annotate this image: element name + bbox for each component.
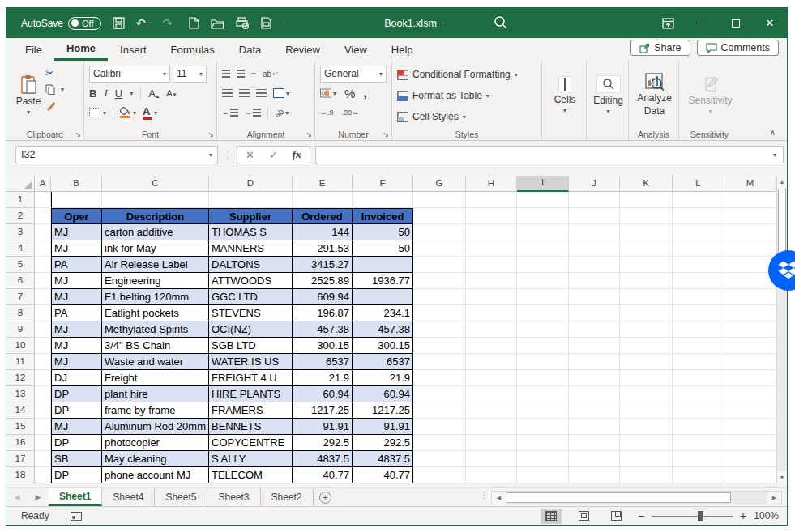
shrink-font-button[interactable]: A▾ (166, 88, 176, 98)
new-sheet-button[interactable]: + (314, 488, 338, 506)
align-left-button[interactable] (222, 89, 233, 97)
editing-button[interactable]: Editing ▾ (592, 64, 625, 126)
row-header-18[interactable]: 18 (6, 467, 35, 483)
cell-B8[interactable]: PA (51, 305, 102, 321)
cell-E5[interactable]: 3415.27 (293, 257, 353, 273)
cell-F4[interactable]: 50 (353, 240, 413, 257)
row-header-3[interactable]: 3 (6, 224, 35, 240)
cell-H17[interactable] (466, 451, 517, 467)
cell-J10[interactable] (569, 338, 620, 354)
cell-F12[interactable]: 21.9 (353, 370, 413, 386)
insert-function-button[interactable]: fx (293, 148, 301, 161)
align-center-button[interactable] (239, 89, 250, 97)
cell-C1[interactable] (102, 192, 209, 208)
row-header-13[interactable]: 13 (6, 386, 35, 402)
cell-A8[interactable] (35, 305, 51, 321)
cell-H7[interactable] (466, 289, 517, 305)
cell-M13[interactable] (724, 386, 776, 402)
autosave-switch[interactable]: Off (68, 17, 100, 30)
cell-K17[interactable] (620, 451, 673, 467)
sheet-tab-sheet4[interactable]: Sheet4 (102, 488, 155, 506)
row-header-10[interactable]: 10 (6, 338, 35, 354)
column-header-M[interactable]: M (724, 176, 776, 192)
row-header-4[interactable]: 4 (6, 240, 35, 257)
cell-E13[interactable]: 60.94 (293, 386, 353, 402)
cell-K6[interactable] (620, 273, 673, 289)
cell-D10[interactable]: SGB LTD (209, 338, 293, 354)
sheet-nav-prev-button[interactable]: ◀ (6, 488, 28, 506)
cell-D6[interactable]: ATTWOODS (209, 273, 293, 289)
cell-J5[interactable] (569, 257, 620, 273)
cell-K1[interactable] (620, 192, 673, 208)
column-header-K[interactable]: K (620, 176, 673, 192)
cell-B1[interactable] (51, 192, 102, 208)
cell-L8[interactable] (673, 305, 724, 321)
cell-M8[interactable] (724, 305, 776, 321)
cell-B16[interactable]: DP (51, 435, 102, 451)
horizontal-scroll-thumb[interactable] (506, 492, 731, 503)
cell-G7[interactable] (413, 289, 466, 305)
cell-K18[interactable] (620, 467, 673, 483)
cell-K15[interactable] (620, 419, 673, 435)
cell-I1[interactable] (517, 192, 569, 208)
cell-L14[interactable] (673, 402, 724, 419)
cell-L18[interactable] (673, 467, 724, 483)
scroll-left-button[interactable]: ◀ (492, 492, 506, 504)
cell-K10[interactable] (620, 338, 673, 354)
font-size-combo[interactable]: 11 ▾ (173, 66, 207, 83)
cell-G4[interactable] (413, 240, 466, 257)
sheet-tab-sheet1[interactable]: Sheet1 (49, 488, 102, 506)
cell-M12[interactable] (724, 370, 776, 386)
cell-A5[interactable] (35, 257, 51, 273)
cell-H6[interactable] (466, 273, 517, 289)
cell-L1[interactable] (673, 192, 724, 208)
cell-M7[interactable] (724, 289, 776, 305)
zoom-out-button[interactable]: − (638, 509, 644, 522)
cell-H9[interactable] (466, 321, 517, 338)
underline-button[interactable]: U (115, 87, 122, 100)
format-as-table-button[interactable]: Format as Table ▾ (397, 85, 538, 106)
collapse-ribbon-button[interactable]: ∧ (770, 128, 776, 137)
cell-E9[interactable]: 457.38 (293, 321, 353, 338)
cell-D13[interactable]: HIRE PLANTS (209, 386, 293, 402)
redo-button[interactable]: ↷ ▾ (162, 17, 177, 29)
decrease-indent-button[interactable]: ← (222, 103, 238, 122)
cell-K16[interactable] (620, 435, 673, 451)
cell-G5[interactable] (413, 257, 466, 273)
cell-K11[interactable] (620, 354, 673, 370)
cell-I14[interactable] (517, 402, 569, 419)
row-header-6[interactable]: 6 (6, 273, 35, 289)
cell-K7[interactable] (620, 289, 673, 305)
cell-C12[interactable]: Freight (102, 370, 209, 386)
column-header-F[interactable]: F (353, 176, 413, 192)
customize-qat-button[interactable]: ▾ (283, 20, 286, 27)
cell-H18[interactable] (466, 467, 517, 483)
cell-D1[interactable] (209, 192, 293, 208)
cell-B7[interactable]: MJ (51, 289, 102, 305)
align-middle-button[interactable] (237, 70, 245, 78)
row-header-1[interactable]: 1 (6, 192, 35, 208)
cell-G10[interactable] (413, 338, 466, 354)
cell-M1[interactable] (724, 192, 776, 208)
cell-J4[interactable] (569, 240, 620, 257)
cell-J18[interactable] (569, 467, 620, 483)
cell-M16[interactable] (724, 435, 776, 451)
cell-A13[interactable] (35, 386, 51, 402)
percent-style-button[interactable]: % (344, 87, 355, 100)
row-header-12[interactable]: 12 (6, 370, 35, 386)
cell-J11[interactable] (569, 354, 620, 370)
analyze-data-button[interactable]: Analyze Data (634, 64, 675, 126)
sheet-tab-sheet5[interactable]: Sheet5 (155, 488, 207, 506)
cell-H16[interactable] (466, 435, 517, 451)
macro-record-icon[interactable] (71, 512, 82, 521)
page-layout-view-button[interactable] (573, 509, 594, 524)
cell-B10[interactable]: MJ (51, 338, 102, 354)
cell-J1[interactable] (569, 192, 620, 208)
cell-F1[interactable] (353, 192, 413, 208)
formula-input[interactable]: ▾ (315, 146, 784, 164)
sheet-tab-sheet2[interactable]: Sheet2 (261, 488, 314, 506)
cell-H1[interactable] (466, 192, 517, 208)
cell-M10[interactable] (724, 338, 776, 354)
cell-E11[interactable]: 6537 (293, 354, 353, 370)
tab-home[interactable]: Home (54, 38, 108, 61)
